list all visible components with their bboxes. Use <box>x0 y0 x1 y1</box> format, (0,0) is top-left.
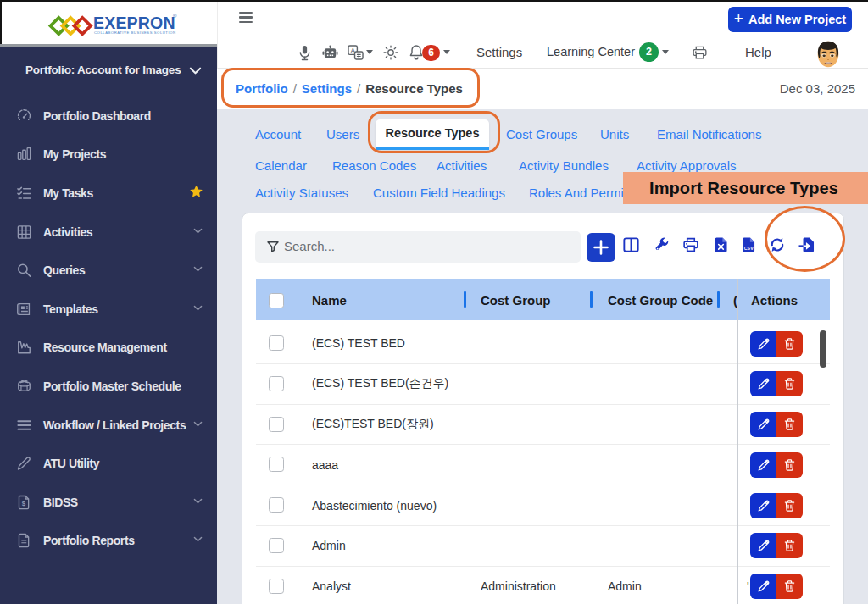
svg-text:CSV: CSV <box>744 246 754 251</box>
svg-text:®: ® <box>173 14 177 19</box>
svg-text:COLLABORATIVE BUSINESS SOLUTIO: COLLABORATIVE BUSINESS SOLUTION <box>94 30 176 35</box>
svg-text:$: $ <box>22 500 26 507</box>
svg-text:EXEPRON: EXEPRON <box>93 14 175 32</box>
